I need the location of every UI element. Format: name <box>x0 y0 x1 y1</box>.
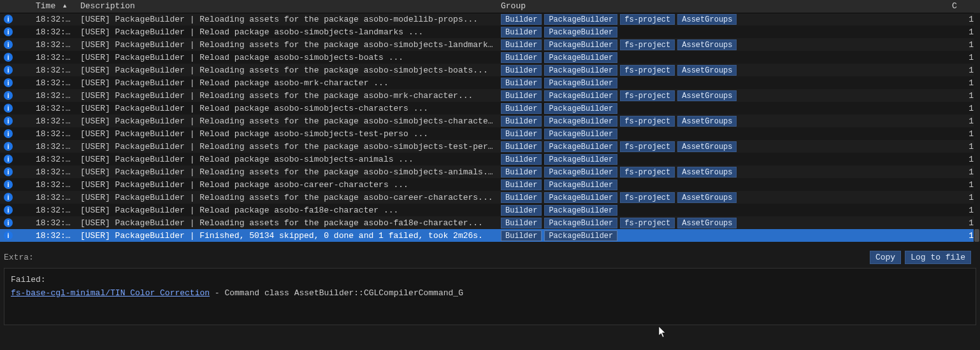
group-tag[interactable]: PackageBuilder <box>544 52 617 63</box>
group-tag[interactable]: PackageBuilder <box>544 167 617 178</box>
row-icon-cell: i <box>0 204 32 216</box>
group-tag[interactable]: AssetGroups <box>677 14 737 25</box>
group-tag[interactable]: Builder <box>501 218 542 228</box>
table-row[interactable]: i18:32:19[USER] PackageBuilder | Reload … <box>0 204 980 216</box>
row-icon-cell: i <box>0 102 32 115</box>
row-description: [USER] PackageBuilder | Reloading assets… <box>76 140 497 153</box>
group-tag[interactable]: AssetGroups <box>677 218 737 228</box>
table-row[interactable]: i18:32:18[USER] PackageBuilder | Reloadi… <box>0 115 980 127</box>
table-row[interactable]: i18:32:18[USER] PackageBuilder | Reload … <box>0 25 980 38</box>
row-time: 18:32:18 <box>32 64 76 76</box>
table-row[interactable]: i18:32:18[USER] PackageBuilder | Reload … <box>0 102 980 115</box>
group-tag[interactable]: PackageBuilder <box>544 78 617 88</box>
row-icon-cell: i <box>0 89 32 102</box>
copy-button[interactable]: Copy <box>870 251 901 264</box>
info-icon: i <box>4 142 13 151</box>
table-row[interactable]: i18:32:18[USER] PackageBuilder | Reloadi… <box>0 140 980 153</box>
log-to-file-button[interactable]: Log to file <box>905 251 971 264</box>
row-description: [USER] PackageBuilder | Reloading assets… <box>76 115 497 127</box>
row-description: [USER] PackageBuilder | Reloading assets… <box>76 165 497 178</box>
table-row[interactable]: i18:32:18[USER] PackageBuilder | Reloadi… <box>0 64 980 76</box>
group-tag[interactable]: AssetGroups <box>677 65 737 76</box>
group-tag[interactable]: fs-project <box>620 39 675 50</box>
table-row[interactable]: i18:32:18[USER] PackageBuilder | Reloadi… <box>0 13 980 25</box>
group-tag[interactable]: PackageBuilder <box>544 141 617 152</box>
group-tag[interactable]: fs-project <box>620 14 675 25</box>
group-tag[interactable]: Builder <box>501 167 542 178</box>
info-icon: i <box>4 180 13 189</box>
group-tag[interactable]: Builder <box>501 116 542 127</box>
group-tag[interactable]: AssetGroups <box>677 90 737 101</box>
table-row[interactable]: i18:32:19[USER] PackageBuilder | Finishe… <box>0 229 980 242</box>
group-tag[interactable]: PackageBuilder <box>544 103 617 114</box>
group-tag[interactable]: Builder <box>501 14 542 25</box>
table-row[interactable]: i18:32:19[USER] PackageBuilder | Reloadi… <box>0 216 980 229</box>
info-icon: i <box>4 206 13 214</box>
group-tag[interactable]: PackageBuilder <box>544 129 617 139</box>
group-tag[interactable]: Builder <box>501 192 542 203</box>
table-row[interactable]: i18:32:18[USER] PackageBuilder | Reload … <box>0 153 980 165</box>
group-tag[interactable]: AssetGroups <box>677 141 737 152</box>
group-tag[interactable]: Builder <box>501 65 542 76</box>
group-tag[interactable]: fs-project <box>620 192 675 203</box>
group-tag[interactable]: AssetGroups <box>677 167 737 178</box>
table-row[interactable]: i18:32:18[USER] PackageBuilder | Reload … <box>0 76 980 89</box>
table-row[interactable]: i18:32:18[USER] PackageBuilder | Reload … <box>0 51 980 64</box>
row-time: 18:32:18 <box>32 127 76 140</box>
group-tag[interactable]: PackageBuilder <box>544 14 617 25</box>
group-tag[interactable]: PackageBuilder <box>544 154 617 165</box>
row-time: 18:32:19 <box>32 204 76 216</box>
group-tag[interactable]: fs-project <box>620 90 675 101</box>
group-tag[interactable]: fs-project <box>620 116 675 127</box>
table-row[interactable]: i18:32:18[USER] PackageBuilder | Reloadi… <box>0 38 980 51</box>
group-tag[interactable]: Builder <box>501 90 542 101</box>
vertical-scrollbar[interactable] <box>974 13 980 249</box>
group-tag[interactable]: PackageBuilder <box>544 116 617 127</box>
group-tag[interactable]: AssetGroups <box>677 39 737 50</box>
group-tag[interactable]: Builder <box>501 179 542 190</box>
group-tag[interactable]: Builder <box>501 205 542 216</box>
table-row[interactable]: i18:32:18[USER] PackageBuilder | Reload … <box>0 178 980 191</box>
header-description[interactable]: Description <box>76 0 497 13</box>
group-tag[interactable]: fs-project <box>620 141 675 152</box>
table-row[interactable]: i18:32:18[USER] PackageBuilder | Reloadi… <box>0 165 980 178</box>
group-tag[interactable]: fs-project <box>620 167 675 178</box>
failed-line: fs-base-cgl-minimal/TIN Color Correction… <box>11 288 969 298</box>
group-tag[interactable]: AssetGroups <box>677 116 737 127</box>
group-tag[interactable]: Builder <box>501 103 542 114</box>
table-row[interactable]: i18:32:18[USER] PackageBuilder | Reloadi… <box>0 89 980 102</box>
group-tag[interactable]: Builder <box>501 230 542 241</box>
row-description: [USER] PackageBuilder | Reload package a… <box>76 76 497 89</box>
group-tag[interactable]: PackageBuilder <box>544 179 617 190</box>
group-tag[interactable]: fs-project <box>620 65 675 76</box>
row-icon-cell: i <box>0 25 32 38</box>
group-tag[interactable]: Builder <box>501 78 542 88</box>
row-group: BuilderPackageBuilder <box>497 178 948 191</box>
group-tag[interactable]: Builder <box>501 129 542 139</box>
row-time: 18:32:19 <box>32 229 76 242</box>
group-tag[interactable]: Builder <box>501 141 542 152</box>
table-row[interactable]: i18:32:18[USER] PackageBuilder | Reload … <box>0 127 980 140</box>
header-count[interactable]: C <box>948 0 980 13</box>
group-tag[interactable]: PackageBuilder <box>544 27 617 38</box>
group-tag[interactable]: Builder <box>501 154 542 165</box>
row-icon-cell: i <box>0 153 32 165</box>
header-time[interactable]: Time ▲ <box>32 0 76 13</box>
group-tag[interactable]: PackageBuilder <box>544 39 617 50</box>
table-row[interactable]: i18:32:19[USER] PackageBuilder | Reloadi… <box>0 191 980 204</box>
group-tag[interactable]: PackageBuilder <box>544 230 617 241</box>
group-tag[interactable]: Builder <box>501 39 542 50</box>
header-group[interactable]: Group <box>497 0 948 13</box>
scrollbar-thumb[interactable] <box>974 229 979 242</box>
group-tag[interactable]: Builder <box>501 27 542 38</box>
group-tag[interactable]: PackageBuilder <box>544 90 617 101</box>
group-tag[interactable]: PackageBuilder <box>544 205 617 216</box>
group-tag[interactable]: PackageBuilder <box>544 218 617 228</box>
group-tag[interactable]: PackageBuilder <box>544 192 617 203</box>
group-tag[interactable]: PackageBuilder <box>544 65 617 76</box>
group-tag[interactable]: AssetGroups <box>677 192 737 203</box>
failed-link[interactable]: fs-base-cgl-minimal/TIN Color Correction <box>11 288 210 298</box>
header-icon[interactable] <box>0 0 32 13</box>
group-tag[interactable]: fs-project <box>620 218 675 228</box>
group-tag[interactable]: Builder <box>501 52 542 63</box>
